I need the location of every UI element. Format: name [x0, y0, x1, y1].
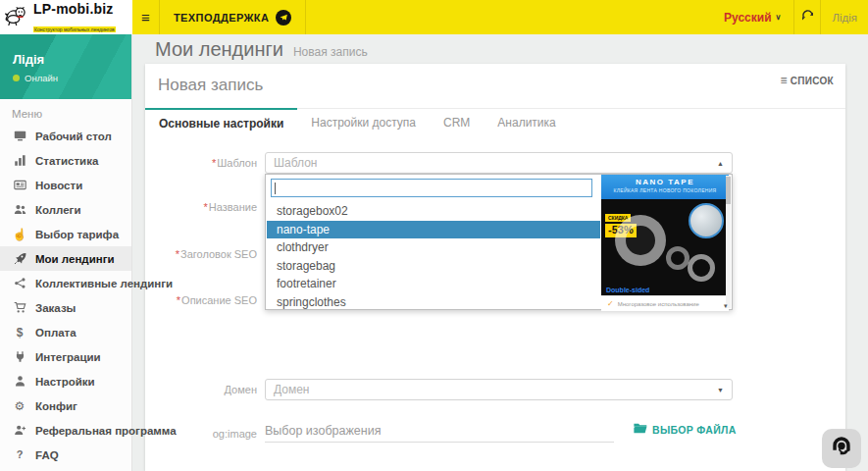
preview-title: NANO TAPE — [601, 178, 729, 186]
sidebar-item-referral[interactable]: Реферальная программа — [0, 418, 131, 443]
users-icon — [12, 203, 27, 216]
hamburger-icon: ≡ — [141, 9, 150, 26]
logo-title: LP-mobi.biz — [33, 1, 114, 17]
og-image-input[interactable] — [265, 419, 614, 443]
plug-icon — [12, 350, 27, 363]
sidebar-toggle-button[interactable]: ≡ — [132, 0, 160, 34]
domain-select[interactable]: Домен ▼ — [265, 379, 733, 400]
desktop-icon — [12, 130, 27, 142]
preview-product-image: СКИДКА -53% Double-sided — [601, 199, 729, 295]
tab-access-settings[interactable]: Настройки доступа — [297, 109, 430, 137]
cart-icon — [12, 301, 27, 314]
headset-icon — [829, 434, 854, 463]
sidebar-item-my-landings[interactable]: Мои лендинги — [0, 246, 131, 271]
preview-inset-photo — [689, 203, 724, 238]
top-bar: LP-mobi.biz Конструктор мобильных лендин… — [0, 0, 868, 34]
caret-down-icon: ▼ — [717, 387, 724, 393]
name-label: *Название — [145, 201, 257, 213]
support-link[interactable]: ТЕХПОДДЕРЖКА — [160, 0, 306, 34]
preview-subtitle: КЛЕЙКАЯ ЛЕНТА НОВОГО ПОКОЛЕНИЯ — [601, 187, 729, 193]
breadcrumb: Новая запись — [293, 45, 368, 59]
tab-crm[interactable]: CRM — [430, 109, 484, 137]
app-logo[interactable]: LP-mobi.biz Конструктор мобильных лендин… — [0, 0, 132, 34]
choose-file-button[interactable]: ВЫБОР ФАЙЛА — [634, 423, 737, 436]
text-cursor — [275, 183, 276, 194]
sidebar-item-dashboard[interactable]: Рабочий стол — [0, 124, 131, 148]
sidebar-item-config[interactable]: ⚙ Конфиг — [0, 393, 131, 418]
list-icon: ≡ — [780, 74, 787, 87]
sidebar-user-panel: Лідія Онлайн — [0, 34, 131, 99]
hand-pointer-icon: ☝ — [12, 229, 27, 240]
card-title: Новая запись — [158, 76, 263, 95]
seo-description-label: *Описание SEO — [145, 294, 257, 306]
sidebar-item-news[interactable]: Новости — [0, 173, 131, 197]
tab-analytics[interactable]: Аналитика — [484, 109, 569, 137]
tape-roll-small — [666, 246, 689, 270]
preview-feature-row: ✓ Многоразовое использование — [601, 295, 729, 311]
chevron-down-icon: ∨ — [776, 13, 782, 22]
refresh-button[interactable] — [794, 0, 820, 34]
language-label: Русский — [724, 11, 772, 25]
tape-roll-large — [615, 215, 666, 266]
language-selector[interactable]: Русский ∨ — [711, 0, 793, 34]
user-icon — [12, 375, 27, 388]
refresh-icon — [801, 9, 814, 26]
page-title: Мои лендинги — [155, 38, 283, 61]
dropdown-scrollbar[interactable]: ▾ — [726, 176, 731, 308]
dollar-icon: $ — [12, 327, 27, 339]
seo-title-label: *Заголовок SEO — [145, 248, 257, 260]
list-view-button[interactable]: ≡ СПИСОК — [780, 74, 834, 87]
dropdown-option[interactable]: footretainer — [267, 275, 600, 293]
sidebar-user-name: Лідія — [13, 52, 131, 67]
rocket-icon — [12, 252, 27, 265]
dropdown-option[interactable]: storagebox02 — [267, 202, 600, 221]
logo-subtitle: Конструктор мобильных лендингов — [33, 26, 116, 32]
preview-caption: Double-sided — [606, 287, 649, 293]
caret-up-icon: ▲ — [717, 160, 724, 167]
sidebar-item-settings[interactable]: Настройки — [0, 369, 131, 393]
template-dropdown: storagebox02 nano-tape clothdryer storag… — [265, 174, 733, 310]
online-status-label: Онлайн — [25, 73, 58, 83]
form-tabs: Основные настройки Настройки доступа CRM… — [145, 108, 845, 137]
preview-header: NANO TAPE КЛЕЙКАЯ ЛЕНТА НОВОГО ПОКОЛЕНИЯ — [601, 175, 729, 199]
sidebar-item-faq[interactable]: ? FAQ — [0, 443, 131, 467]
dropdown-options: storagebox02 nano-tape clothdryer storag… — [267, 202, 600, 311]
user-plus-icon — [12, 424, 27, 437]
online-status-dot — [13, 75, 20, 81]
dropdown-option-selected[interactable]: nano-tape — [267, 221, 600, 239]
domain-label: Домен — [145, 384, 257, 395]
sidebar-item-statistics[interactable]: Статистика — [0, 148, 131, 173]
sidebar-item-orders[interactable]: Заказы — [0, 295, 131, 320]
tape-roll-small — [688, 254, 715, 282]
template-preview-image: NANO TAPE КЛЕЙКАЯ ЛЕНТА НОВОГО ПОКОЛЕНИЯ… — [601, 175, 729, 311]
tab-main-settings[interactable]: Основные настройки — [145, 108, 297, 137]
sidebar-item-integrations[interactable]: Интеграции — [0, 344, 131, 369]
dropdown-option[interactable]: storagebag — [267, 257, 600, 276]
scroll-down-icon: ▾ — [724, 302, 728, 310]
sidebar-item-tariff[interactable]: ☝ Выбор тарифа — [0, 222, 131, 246]
telegram-icon — [276, 10, 291, 26]
sidebar-item-collective-landings[interactable]: Коллективные лендинги — [0, 271, 131, 295]
template-select[interactable]: Шаблон ▲ — [265, 152, 733, 174]
bar-chart-icon — [12, 154, 27, 167]
dropdown-search-input[interactable] — [271, 179, 592, 197]
gears-icon: ⚙ — [12, 400, 27, 412]
menu-section-label: Меню — [0, 99, 131, 124]
question-icon: ? — [12, 449, 27, 460]
dog-logo-icon — [5, 4, 30, 31]
sidebar-menu: Рабочий стол Статистика Новости Коллеги … — [0, 124, 131, 467]
newspaper-icon — [12, 179, 27, 191]
dropdown-option[interactable]: springclothes — [267, 293, 600, 312]
scrollbar-thumb[interactable] — [726, 177, 731, 204]
support-chat-button[interactable] — [822, 429, 861, 468]
share-icon — [12, 277, 27, 289]
sidebar-item-colleagues[interactable]: Коллеги — [0, 197, 131, 222]
check-icon: ✓ — [607, 299, 614, 308]
sidebar-item-payment[interactable]: $ Оплата — [0, 320, 131, 344]
template-label: *Шаблон — [145, 157, 257, 169]
new-record-card: Новая запись ≡ СПИСОК Основные настройки… — [145, 64, 845, 471]
sidebar: Лідія Онлайн Меню Рабочий стол Статистик… — [0, 34, 132, 471]
user-menu[interactable]: Лідія — [821, 0, 868, 34]
dropdown-option[interactable]: clothdryer — [267, 238, 600, 257]
folder-icon — [634, 423, 647, 436]
